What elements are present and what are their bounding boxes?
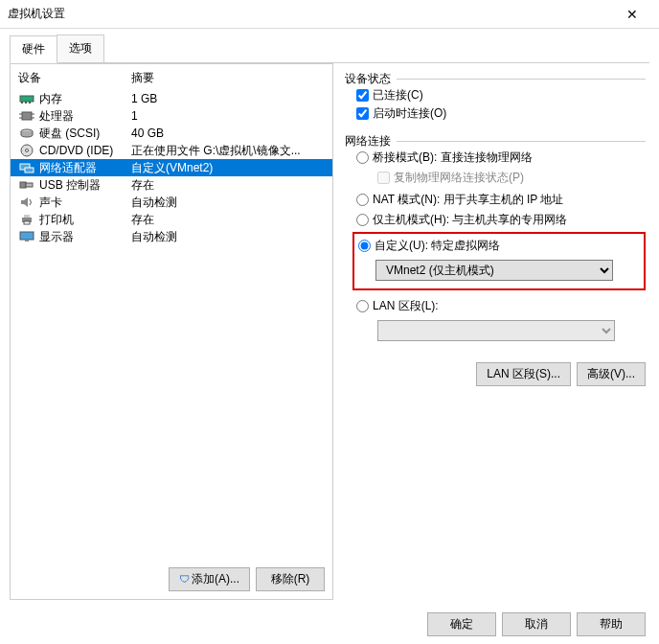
replicate-checkbox-row: 复制物理网络连接状态(P) — [377, 170, 646, 186]
device-summary: 自定义(VMnet2) — [131, 160, 332, 176]
connected-checkbox[interactable] — [356, 89, 369, 102]
device-name: USB 控制器 — [39, 177, 131, 194]
shield-icon: 🛡 — [179, 573, 190, 585]
device-summary: 正在使用文件 G:\虚拟机\镜像文... — [131, 143, 332, 159]
device-row-display[interactable]: 显示器自动检测 — [11, 228, 332, 245]
svg-rect-15 — [26, 183, 33, 187]
device-name: 硬盘 (SCSI) — [39, 126, 131, 142]
display-icon — [18, 229, 35, 244]
device-summary: 1 — [131, 109, 332, 123]
replicate-checkbox — [377, 172, 390, 184]
connect-at-power-checkbox[interactable] — [356, 107, 369, 120]
device-summary: 自动检测 — [131, 229, 332, 245]
device-summary: 存在 — [131, 177, 332, 194]
advanced-button[interactable]: 高级(V)... — [577, 362, 646, 386]
custom-radio-row[interactable]: 自定义(U): 特定虚拟网络 — [358, 238, 638, 254]
device-state-title: 设备状态 — [345, 71, 391, 87]
col-device: 设备 — [18, 70, 131, 86]
help-button[interactable]: 帮助 — [577, 612, 646, 636]
dialog-footer: 确定 取消 帮助 — [427, 612, 646, 636]
device-row-cd[interactable]: CD/DVD (IDE)正在使用文件 G:\虚拟机\镜像文... — [11, 142, 332, 159]
device-list-panel: 设备 摘要 内存1 GB处理器1硬盘 (SCSI)40 GBCD/DVD (ID… — [10, 63, 333, 600]
device-summary: 40 GB — [131, 126, 332, 140]
device-row-sound[interactable]: 声卡自动检测 — [11, 194, 332, 211]
device-name: 网络适配器 — [39, 160, 131, 176]
device-row-usb[interactable]: USB 控制器存在 — [11, 176, 332, 194]
tab-strip: 硬件 选项 — [10, 34, 649, 63]
device-row-printer[interactable]: 打印机存在 — [11, 211, 332, 228]
tab-options[interactable]: 选项 — [57, 34, 104, 62]
device-table-header: 设备 摘要 — [11, 70, 332, 90]
device-summary: 自动检测 — [131, 195, 332, 211]
svg-rect-20 — [20, 232, 34, 240]
device-summary: 1 GB — [131, 92, 332, 105]
lan-segment-radio[interactable] — [356, 300, 369, 312]
hostonly-radio[interactable] — [356, 214, 369, 226]
device-name: 打印机 — [39, 212, 131, 228]
device-row-memory[interactable]: 内存1 GB — [11, 90, 332, 107]
svg-rect-0 — [20, 96, 34, 102]
cd-icon — [18, 143, 35, 158]
device-name: 内存 — [39, 91, 131, 107]
device-row-net[interactable]: 网络适配器自定义(VMnet2) — [11, 159, 332, 176]
svg-marker-16 — [21, 197, 28, 207]
cpu-icon — [18, 108, 35, 124]
custom-highlight-box: 自定义(U): 特定虚拟网络 VMnet2 (仅主机模式) — [352, 232, 646, 290]
nat-radio-row[interactable]: NAT 模式(N): 用于共享主机的 IP 地址 — [356, 192, 646, 208]
device-name: 声卡 — [39, 195, 131, 211]
settings-panel: 设备状态 已连接(C) 启动时连接(O) 网络连接 桥接模式(B): 直接连接物… — [341, 63, 649, 600]
svg-rect-4 — [22, 112, 32, 120]
connect-at-power-row[interactable]: 启动时连接(O) — [356, 105, 646, 122]
col-summary: 摘要 — [131, 70, 332, 86]
sound-icon — [18, 195, 35, 210]
printer-icon — [18, 212, 35, 227]
disk-icon — [18, 126, 35, 141]
device-state-group: 设备状态 已连接(C) 启动时连接(O) — [345, 71, 646, 122]
remove-device-button[interactable]: 移除(R) — [256, 567, 325, 591]
usb-icon — [18, 177, 35, 193]
net-icon — [18, 160, 35, 175]
lan-segments-button[interactable]: LAN 区段(S)... — [476, 362, 571, 386]
ok-button[interactable]: 确定 — [427, 612, 496, 636]
svg-rect-1 — [21, 102, 23, 104]
dialog-title: 虚拟机设置 — [8, 6, 613, 22]
device-name: 显示器 — [39, 229, 131, 245]
network-connection-title: 网络连接 — [345, 133, 391, 150]
hostonly-radio-row[interactable]: 仅主机模式(H): 与主机共享的专用网络 — [356, 212, 646, 228]
lan-segment-radio-row[interactable]: LAN 区段(L): — [356, 298, 646, 314]
svg-rect-14 — [20, 182, 26, 188]
bridged-radio-row[interactable]: 桥接模式(B): 直接连接物理网络 — [356, 150, 646, 166]
close-button[interactable]: ✕ — [613, 1, 651, 28]
bridged-radio[interactable] — [356, 151, 369, 164]
svg-rect-19 — [24, 221, 30, 224]
add-device-button[interactable]: 🛡添加(A)... — [169, 567, 250, 591]
network-connection-group: 网络连接 桥接模式(B): 直接连接物理网络 复制物理网络连接状态(P) NAT… — [345, 133, 646, 341]
svg-rect-13 — [25, 168, 34, 172]
custom-radio[interactable] — [358, 240, 371, 252]
device-summary: 存在 — [131, 212, 332, 228]
svg-point-11 — [26, 150, 29, 152]
device-name: CD/DVD (IDE) — [39, 144, 131, 157]
svg-rect-21 — [25, 240, 29, 242]
custom-vmnet-select[interactable]: VMnet2 (仅主机模式) — [375, 260, 613, 281]
svg-rect-3 — [29, 102, 31, 104]
cancel-button[interactable]: 取消 — [502, 612, 571, 636]
connected-checkbox-row[interactable]: 已连接(C) — [356, 87, 646, 104]
title-bar: 虚拟机设置 ✕ — [0, 0, 659, 29]
svg-rect-18 — [24, 215, 30, 218]
device-row-disk[interactable]: 硬盘 (SCSI)40 GB — [11, 125, 332, 142]
device-name: 处理器 — [39, 108, 131, 125]
svg-rect-2 — [25, 102, 27, 104]
memory-icon — [18, 91, 35, 106]
lan-segment-select — [377, 320, 615, 341]
nat-radio[interactable] — [356, 194, 369, 206]
device-row-cpu[interactable]: 处理器1 — [11, 107, 332, 125]
tab-hardware[interactable]: 硬件 — [10, 35, 57, 63]
